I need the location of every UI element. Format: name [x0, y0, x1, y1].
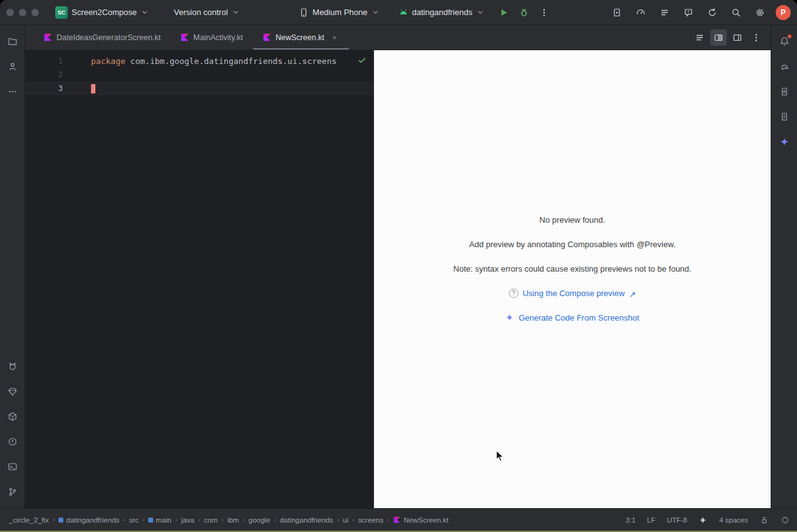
breadcrumb-item[interactable]: screens: [357, 515, 385, 525]
build-tool-button[interactable]: [4, 408, 21, 425]
app-inspection-tool-button[interactable]: [4, 383, 21, 400]
compose-preview-help-row: ? Using the Compose preview ↗: [509, 289, 636, 298]
breadcrumb-item-file[interactable]: NewScreen.kt: [392, 515, 450, 525]
breadcrumb-item[interactable]: ui: [341, 515, 350, 525]
terminal-tool-button[interactable]: [4, 458, 21, 476]
profiler-icon: [636, 8, 646, 18]
generate-code-from-screenshot-link[interactable]: Generate Code From Screenshot: [518, 313, 639, 322]
left-tool-stripe: [0, 25, 25, 508]
tab-label: MainActivity.kt: [193, 33, 243, 42]
kebab-menu-icon: [751, 33, 761, 43]
run-debug-buttons: [496, 4, 552, 21]
gradle-sync-button[interactable]: [704, 4, 720, 21]
close-icon: [331, 35, 338, 41]
tab-close-button[interactable]: [330, 33, 339, 42]
code-line-2[interactable]: 2: [25, 68, 373, 82]
breadcrumb-item[interactable]: main: [147, 515, 173, 525]
problems-tool-button[interactable]: [4, 433, 21, 450]
device-selector-label: Medium Phone: [313, 8, 367, 17]
run-play-icon: [499, 8, 509, 18]
breadcrumb-item[interactable]: ibm: [226, 515, 240, 525]
breadcrumb-item[interactable]: com: [203, 515, 219, 525]
inspections-widget[interactable]: [780, 515, 789, 524]
user-avatar[interactable]: P: [776, 5, 791, 20]
code-line-3[interactable]: 3: [25, 82, 373, 95]
project-selector[interactable]: SC Screen2Compose: [50, 4, 154, 21]
build-icon: [8, 412, 18, 422]
readonly-toggle[interactable]: [759, 515, 769, 524]
run-button[interactable]: [496, 4, 512, 21]
tab-mainactivity[interactable]: MainActivity.kt: [171, 25, 253, 50]
line-separator-widget[interactable]: LF: [647, 516, 655, 524]
split-editor-icon: [714, 33, 724, 43]
main-area: DateIdeasGeneratorScreen.kt MainActivity…: [0, 25, 797, 508]
caret-position-widget[interactable]: 3:1: [626, 516, 636, 524]
debug-button[interactable]: [516, 4, 532, 21]
breadcrumb-item[interactable]: datingandfriends: [57, 515, 120, 525]
gradle-icon: [779, 61, 789, 72]
gemini-status-button[interactable]: [698, 515, 708, 524]
code-line-1[interactable]: 1 package com.ibm.google.datingandfriend…: [25, 54, 373, 68]
project-tool-button[interactable]: [4, 33, 21, 50]
code-keyword: package: [91, 56, 126, 66]
kotlin-file-icon: [44, 33, 52, 41]
window-minimize-button[interactable]: [19, 9, 26, 16]
breadcrumb-item[interactable]: src: [128, 515, 140, 525]
device-selector[interactable]: Medium Phone: [294, 5, 384, 20]
split-editor-button[interactable]: [710, 29, 727, 46]
profiler-button[interactable]: [633, 4, 649, 21]
settings-gear-icon: [755, 8, 765, 18]
logcat-tool-button[interactable]: [4, 358, 21, 375]
run-toolbar: Medium Phone datingandfriends: [294, 4, 552, 21]
device-manager-icon: [779, 87, 789, 97]
contributors-tool-button[interactable]: [4, 58, 21, 75]
gemini-sparkle-icon: [505, 313, 514, 322]
window-close-button[interactable]: [6, 9, 14, 16]
tab-newscreen[interactable]: NewScreen.kt: [253, 25, 349, 50]
version-control-tool-button[interactable]: [4, 483, 21, 501]
using-compose-preview-link[interactable]: Using the Compose preview: [523, 289, 625, 298]
device-explorer-button[interactable]: [776, 108, 793, 125]
external-link-icon: ↗: [629, 290, 636, 297]
notification-badge: [788, 35, 791, 38]
app-quality-insights-button[interactable]: [680, 4, 697, 21]
chevron-down-icon: [141, 8, 149, 16]
tab-options-button[interactable]: [748, 29, 764, 46]
generate-code-row: Generate Code From Screenshot: [505, 313, 639, 322]
gradle-tool-button[interactable]: [776, 58, 793, 75]
kotlin-file-icon: [181, 33, 189, 41]
gemini-tool-button[interactable]: [776, 133, 793, 151]
more-run-options-button[interactable]: [536, 4, 552, 21]
version-control-menu[interactable]: Version control: [169, 5, 245, 19]
window-zoom-button[interactable]: [31, 9, 39, 16]
search-everywhere-button[interactable]: [728, 4, 744, 21]
settings-button[interactable]: [752, 4, 768, 21]
tab-dateideasgeneratorscreen[interactable]: DateIdeasGeneratorScreen.kt: [34, 25, 171, 50]
tab-label: NewScreen.kt: [275, 33, 324, 42]
indent-widget[interactable]: 4 spaces: [719, 516, 748, 524]
code-editor[interactable]: 1 package com.ibm.google.datingandfriend…: [25, 50, 374, 508]
breadcrumb-item[interactable]: java: [180, 515, 196, 525]
terminal-icon: [8, 462, 18, 472]
more-tool-windows-button[interactable]: [4, 83, 21, 100]
breadcrumb-item[interactable]: _circle_2_fix: [8, 515, 50, 525]
line-number: 1: [25, 56, 69, 65]
breadcrumb-item[interactable]: datingandfriends: [279, 515, 334, 525]
run-configuration-selector[interactable]: datingandfriends: [393, 5, 489, 20]
breadcrumb: _circle_2_fix › datingandfriends › src ›…: [8, 515, 450, 525]
gemini-sparkle-icon: [698, 516, 707, 524]
inspection-check-icon[interactable]: [357, 55, 367, 65]
android-icon: [398, 8, 409, 18]
device-manager-button[interactable]: [776, 83, 793, 100]
editor-list-button[interactable]: [692, 29, 708, 46]
encoding-widget[interactable]: UTF-8: [666, 516, 687, 524]
project-badge: SC: [55, 6, 68, 19]
editor-layout-icon: [732, 33, 742, 43]
notifications-button[interactable]: [776, 33, 793, 50]
caret-block: [91, 84, 95, 93]
inspections-circle-icon: [781, 516, 789, 524]
breadcrumb-item[interactable]: google: [247, 515, 272, 525]
logcat-button[interactable]: [656, 4, 673, 21]
editor-layout-button[interactable]: [729, 29, 746, 46]
running-devices-button[interactable]: [609, 4, 625, 21]
